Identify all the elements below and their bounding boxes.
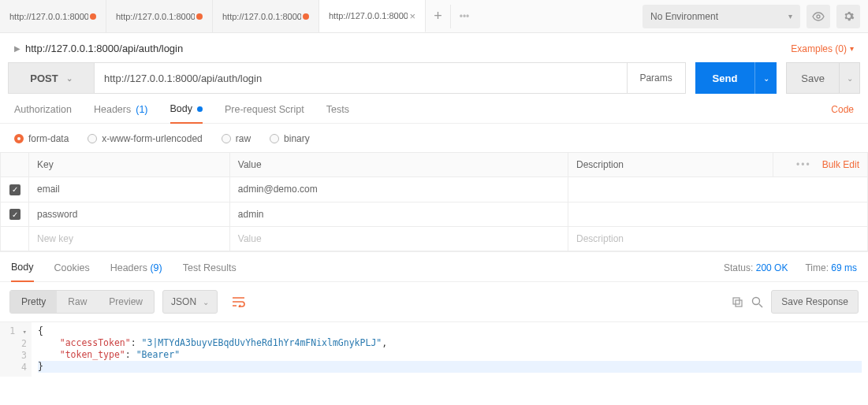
request-tab[interactable]: http://127.0.0.1:8000/ <box>213 0 319 32</box>
view-mode-segment: Pretty Raw Preview <box>9 290 155 314</box>
tab-body-label: Body <box>170 103 193 114</box>
body-type-selector: form-data x-www-form-urlencoded raw bina… <box>0 124 868 152</box>
radio-xform[interactable]: x-www-form-urlencoded <box>88 133 202 144</box>
form-data-table: Key Value Description ••• Bulk Edit ✓ em… <box>0 152 868 251</box>
examples-dropdown[interactable]: Examples (0) ▾ <box>791 43 854 54</box>
format-label: JSON <box>171 296 196 307</box>
search-icon[interactable] <box>751 296 763 308</box>
copy-icon[interactable] <box>732 296 743 308</box>
more-columns-icon[interactable]: ••• <box>796 159 811 170</box>
save-dropdown[interactable]: ⌄ <box>839 62 859 94</box>
save-button[interactable]: Save ⌄ <box>786 62 860 94</box>
actions-header: ••• Bulk Edit <box>773 153 868 177</box>
table-row[interactable]: ✓ email admin@demo.com <box>1 177 868 202</box>
json-token-type: "Bearer" <box>136 349 180 360</box>
key-cell[interactable]: email <box>29 177 230 202</box>
time-label: Time: <box>805 262 829 273</box>
bulk-edit-link[interactable]: Bulk Edit <box>822 159 859 170</box>
time-value: 69 ms <box>831 262 857 273</box>
key-placeholder[interactable]: New key <box>29 227 230 251</box>
radio-label: x-www-form-urlencoded <box>102 133 202 144</box>
radio-icon <box>222 134 231 143</box>
code-content[interactable]: { "accessToken": "3|MTYdA3buyvEBqdUvYheR… <box>32 322 868 377</box>
dirty-dot-icon <box>196 13 203 20</box>
tab-tests[interactable]: Tests <box>326 104 349 123</box>
view-raw[interactable]: Raw <box>57 291 98 313</box>
tab-bar: http://127.0.0.1:8000/ http://127.0.0.1:… <box>0 0 868 33</box>
svg-line-4 <box>759 304 762 307</box>
checkbox-icon[interactable]: ✓ <box>9 209 20 220</box>
examples-label: Examples (0) <box>791 43 847 54</box>
format-select[interactable]: JSON ⌄ <box>162 290 218 314</box>
table-row-placeholder[interactable]: New key Value Description <box>1 227 868 251</box>
tab-body[interactable]: Body <box>170 103 203 124</box>
value-header: Value <box>229 153 568 177</box>
send-dropdown[interactable]: ⌄ <box>754 62 777 94</box>
resp-tab-headers[interactable]: Headers (9) <box>110 262 162 281</box>
resp-tab-tests[interactable]: Test Results <box>183 262 237 281</box>
value-cell[interactable]: admin <box>229 202 568 227</box>
radio-label: raw <box>236 133 251 144</box>
save-label: Save <box>787 72 839 84</box>
params-button[interactable]: Params <box>628 62 686 94</box>
table-row[interactable]: ✓ password admin <box>1 202 868 227</box>
json-access-token: "3|MTYdA3buyvEBqdUvYheRd1hYr4mFNixlmGnyk… <box>142 337 382 348</box>
quick-look-icon[interactable] <box>807 5 830 28</box>
tab-headers-count: (1) <box>136 104 147 115</box>
method-label: POST <box>30 72 58 84</box>
chevron-down-icon: ⌄ <box>66 74 73 83</box>
resp-tab-cookies[interactable]: Cookies <box>54 262 90 281</box>
resp-tab-body[interactable]: Body <box>11 262 34 282</box>
key-cell[interactable]: password <box>29 202 230 227</box>
checkbox-header <box>1 153 29 177</box>
radio-raw[interactable]: raw <box>222 133 251 144</box>
resp-tab-headers-label: Headers <box>110 262 147 273</box>
url-input[interactable] <box>95 62 628 94</box>
send-button[interactable]: Send ⌄ <box>695 62 777 94</box>
method-select[interactable]: POST ⌄ <box>8 62 95 94</box>
request-tab[interactable]: http://127.0.0.1:8000/ <box>106 0 213 32</box>
view-pretty[interactable]: Pretty <box>10 291 57 313</box>
caret-right-icon[interactable]: ▶ <box>14 44 20 53</box>
value-placeholder[interactable]: Value <box>229 227 568 251</box>
send-label: Send <box>695 72 755 84</box>
tab-prerequest[interactable]: Pre-request Script <box>225 104 304 123</box>
radio-form-data[interactable]: form-data <box>14 133 69 144</box>
request-tab-active[interactable]: http://127.0.0.1:8000/ × <box>319 0 426 32</box>
svg-point-3 <box>753 297 760 304</box>
value-cell[interactable]: admin@demo.com <box>229 177 568 202</box>
radio-binary[interactable]: binary <box>270 133 310 144</box>
gear-icon[interactable] <box>836 5 860 28</box>
tab-authorization[interactable]: Authorization <box>14 104 72 123</box>
environment-select[interactable]: No Environment ▾ <box>643 5 800 28</box>
tab-headers-label: Headers <box>94 104 131 115</box>
response-meta: Status: 200 OK Time: 69 ms <box>724 262 857 281</box>
radio-label: binary <box>284 133 310 144</box>
tab-headers[interactable]: Headers (1) <box>94 104 148 123</box>
save-response-button[interactable]: Save Response <box>771 290 859 314</box>
new-tab-button[interactable]: + <box>426 5 451 28</box>
view-preview[interactable]: Preview <box>98 291 154 313</box>
tab-title: http://127.0.0.1:8000/ <box>9 12 88 21</box>
svg-point-0 <box>817 15 820 18</box>
tab-title: http://127.0.0.1:8000/ <box>329 11 408 20</box>
wrap-toggle-icon[interactable] <box>225 290 252 314</box>
code-link[interactable]: Code <box>831 104 854 123</box>
resp-tab-headers-count: (9) <box>150 262 162 273</box>
status-label: Status: <box>724 262 753 273</box>
svg-rect-1 <box>733 298 739 304</box>
more-tabs-button[interactable]: ••• <box>451 5 478 28</box>
description-cell[interactable] <box>568 202 868 227</box>
description-placeholder[interactable]: Description <box>568 227 868 251</box>
radio-icon <box>88 134 97 143</box>
radio-icon <box>270 134 279 143</box>
response-tabs: Body Cookies Headers (9) Test Results St… <box>0 251 868 282</box>
response-body[interactable]: 1 ▾234 { "accessToken": "3|MTYdA3buyvEBq… <box>0 321 868 377</box>
close-icon[interactable]: × <box>409 10 415 22</box>
request-tab[interactable]: http://127.0.0.1:8000/ <box>0 0 106 32</box>
checkbox-icon[interactable]: ✓ <box>9 184 20 195</box>
body-active-dot-icon <box>197 106 203 112</box>
key-header: Key <box>29 153 230 177</box>
request-tabs: Authorization Headers (1) Body Pre-reque… <box>0 94 868 124</box>
description-cell[interactable] <box>568 177 868 202</box>
